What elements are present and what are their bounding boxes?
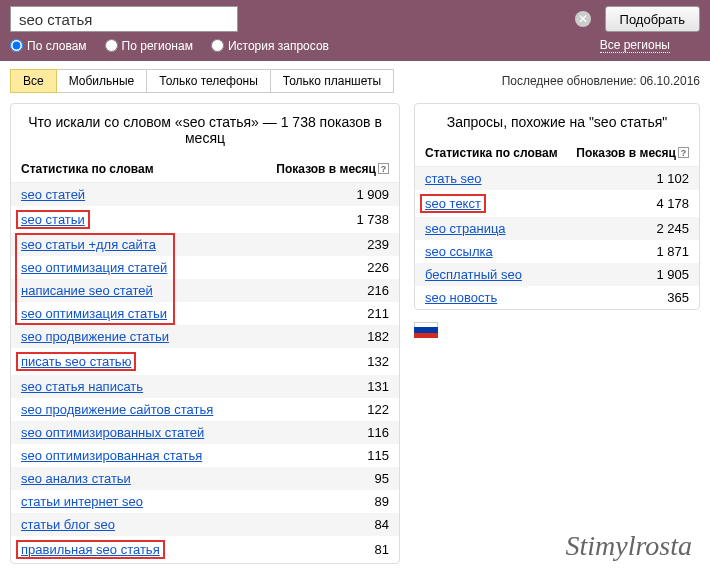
keyword-link[interactable]: seo продвижение статьи <box>21 329 169 344</box>
last-update: Последнее обновление: 06.10.2016 <box>502 74 700 88</box>
keyword-link[interactable]: seo ссылка <box>425 244 493 259</box>
submit-button[interactable]: Подобрать <box>605 6 700 32</box>
search-input[interactable] <box>10 6 238 32</box>
tab-all[interactable]: Все <box>10 69 57 93</box>
tab-mobile[interactable]: Мобильные <box>56 69 148 93</box>
keyword-link[interactable]: правильная seo статья <box>21 542 160 557</box>
keyword-link[interactable]: статьи блог seo <box>21 517 115 532</box>
help-icon[interactable]: ? <box>678 147 689 158</box>
device-tabs-row: Все Мобильные Только телефоны Только пла… <box>0 61 710 103</box>
keyword-link[interactable]: seo оптимизированная статья <box>21 448 202 463</box>
table-row: seo продвижение сайтов статья122 <box>11 398 399 421</box>
tab-tablets[interactable]: Только планшеты <box>270 69 394 93</box>
keyword-link[interactable]: статьи интернет seo <box>21 494 143 509</box>
table-row: seo анализ статьи95 <box>11 467 399 490</box>
table-row: seo статей1 909 <box>11 183 399 206</box>
keyword-link[interactable]: написание seo статей <box>21 283 153 298</box>
table-row: статьи блог seo84 <box>11 513 399 536</box>
table-row: написание seo статей216 <box>11 279 399 302</box>
table-row: правильная seo статья81 <box>11 536 399 563</box>
table-row: seo оптимизированная статья115 <box>11 444 399 467</box>
col-header-count: Показов в месяц? <box>576 146 689 160</box>
keyword-link[interactable]: seo статья написать <box>21 379 143 394</box>
count-cell: 84 <box>329 517 389 532</box>
left-panel: Что искали со словом «seo статья» — 1 73… <box>10 103 400 564</box>
table-row: seo статьи1 738 <box>11 206 399 233</box>
count-cell: 1 102 <box>629 171 689 186</box>
tab-phones[interactable]: Только телефоны <box>146 69 271 93</box>
left-rows: seo статей1 909seo статьи1 738seo статьи… <box>11 183 399 563</box>
count-cell: 4 178 <box>629 196 689 211</box>
radio-label: По словам <box>27 39 87 53</box>
count-cell: 1 905 <box>629 267 689 282</box>
count-cell: 239 <box>329 237 389 252</box>
count-cell: 182 <box>329 329 389 344</box>
radio-by-words[interactable]: По словам <box>10 39 87 53</box>
table-row: статьи интернет seo89 <box>11 490 399 513</box>
table-row: seo ссылка1 871 <box>415 240 699 263</box>
keyword-link[interactable]: seo оптимизированных статей <box>21 425 204 440</box>
radio-history-input[interactable] <box>211 39 224 52</box>
count-cell: 216 <box>329 283 389 298</box>
radio-label: По регионам <box>122 39 193 53</box>
table-row: seo новость365 <box>415 286 699 309</box>
keyword-link[interactable]: стать seo <box>425 171 482 186</box>
keyword-link[interactable]: seo анализ статьи <box>21 471 131 486</box>
right-panel: Запросы, похожие на "seo статья" Статист… <box>414 103 700 310</box>
table-row: seo текст4 178 <box>415 190 699 217</box>
table-row: писать seo статью132 <box>11 348 399 375</box>
table-row: seo статьи +для сайта239 <box>11 233 399 256</box>
left-panel-title: Что искали со словом «seo статья» — 1 73… <box>11 104 399 158</box>
count-cell: 211 <box>329 306 389 321</box>
highlight-box: seo статьи <box>16 210 90 229</box>
count-cell: 1 738 <box>329 212 389 227</box>
count-cell: 226 <box>329 260 389 275</box>
search-bar: ✕ Подобрать По словам По регионам Истори… <box>0 0 710 61</box>
mode-radios: По словам По регионам История запросов <box>10 39 329 53</box>
keyword-link[interactable]: seo страница <box>425 221 506 236</box>
highlight-box: seo текст <box>420 194 486 213</box>
help-icon[interactable]: ? <box>378 163 389 174</box>
keyword-link[interactable]: seo оптимизация статьи <box>21 306 167 321</box>
clear-icon[interactable]: ✕ <box>575 11 591 27</box>
keyword-link[interactable]: seo статей <box>21 187 85 202</box>
table-row: бесплатный seo1 905 <box>415 263 699 286</box>
radio-label: История запросов <box>228 39 329 53</box>
keyword-link[interactable]: seo статьи +для сайта <box>21 237 156 252</box>
highlight-box: правильная seo статья <box>16 540 165 559</box>
count-cell: 95 <box>329 471 389 486</box>
table-row: seo оптимизация статей226 <box>11 256 399 279</box>
radio-by-regions[interactable]: По регионам <box>105 39 193 53</box>
radio-by-regions-input[interactable] <box>105 39 118 52</box>
col-header-words: Статистика по словам <box>21 162 276 176</box>
keyword-link[interactable]: бесплатный seo <box>425 267 522 282</box>
count-cell: 115 <box>329 448 389 463</box>
radio-by-words-input[interactable] <box>10 39 23 52</box>
table-row: seo статья написать131 <box>11 375 399 398</box>
keyword-link[interactable]: писать seo статью <box>21 354 131 369</box>
all-regions-link[interactable]: Все регионы <box>600 38 670 53</box>
count-cell: 365 <box>629 290 689 305</box>
keyword-link[interactable]: seo оптимизация статей <box>21 260 167 275</box>
count-cell: 122 <box>329 402 389 417</box>
flag-russia-icon <box>414 322 438 338</box>
count-cell: 89 <box>329 494 389 509</box>
table-row: seo оптимизированных статей116 <box>11 421 399 444</box>
count-cell: 1 909 <box>329 187 389 202</box>
keyword-link[interactable]: seo статьи <box>21 212 85 227</box>
highlight-box: писать seo статью <box>16 352 136 371</box>
count-cell: 2 245 <box>629 221 689 236</box>
col-header-count: Показов в месяц? <box>276 162 389 176</box>
right-panel-title: Запросы, похожие на "seo статья" <box>415 104 699 142</box>
radio-history[interactable]: История запросов <box>211 39 329 53</box>
keyword-link[interactable]: seo новость <box>425 290 497 305</box>
count-cell: 131 <box>329 379 389 394</box>
table-row: seo страница2 245 <box>415 217 699 240</box>
keyword-link[interactable]: seo продвижение сайтов статья <box>21 402 213 417</box>
keyword-link[interactable]: seo текст <box>425 196 481 211</box>
count-cell: 132 <box>329 354 389 369</box>
count-cell: 1 871 <box>629 244 689 259</box>
count-cell: 116 <box>329 425 389 440</box>
table-row: seo продвижение статьи182 <box>11 325 399 348</box>
table-row: seo оптимизация статьи211 <box>11 302 399 325</box>
